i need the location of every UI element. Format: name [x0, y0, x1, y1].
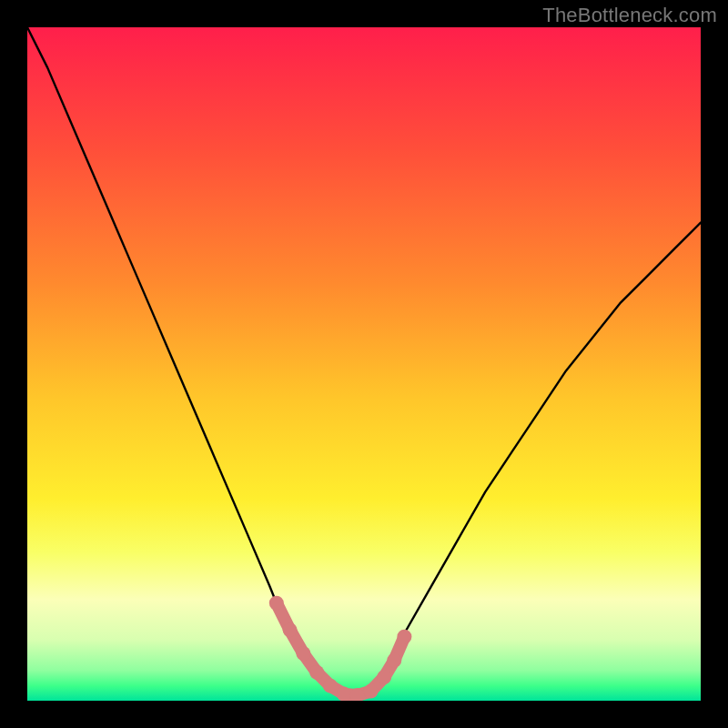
highlight-dot [363, 684, 378, 699]
highlight-dot [309, 665, 324, 680]
highlight-dot [387, 653, 401, 668]
chart-frame: TheBottleneck.com [0, 0, 728, 728]
highlight-dot [283, 622, 298, 637]
highlight-dot [269, 596, 284, 611]
plot-area [27, 27, 701, 701]
gradient-background [27, 27, 701, 701]
highlight-dot [377, 670, 391, 684]
highlight-dot [323, 679, 338, 693]
watermark-text: TheBottleneck.com [542, 4, 717, 27]
highlight-dot [397, 630, 411, 644]
highlight-dot [337, 687, 351, 701]
highlight-dot [296, 646, 310, 661]
chart-svg [27, 27, 701, 701]
